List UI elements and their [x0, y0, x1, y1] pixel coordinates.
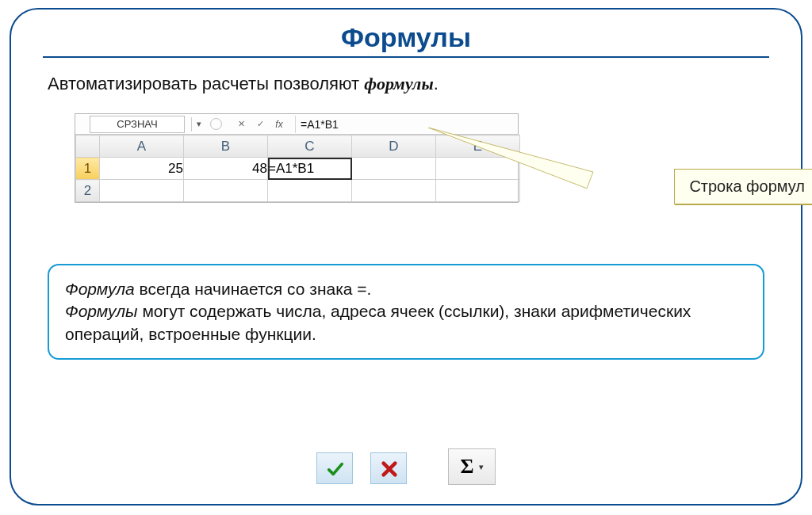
reject-button[interactable] [370, 452, 407, 484]
cell-A1[interactable]: 25 [100, 158, 184, 180]
cell-D1[interactable] [352, 158, 436, 180]
col-header-A[interactable]: A [100, 135, 184, 158]
col-header-B[interactable]: B [184, 135, 268, 158]
info-line1-rest: всегда начинается со знака =. [135, 280, 372, 298]
bottom-controls: Σ ▾ [11, 450, 801, 486]
slide-frame: Формулы Автоматизировать расчеты позволя… [10, 8, 802, 505]
cell-A2[interactable] [100, 180, 184, 202]
check-icon [326, 460, 343, 476]
dropdown-triangle-icon: ▾ [479, 462, 484, 472]
page-title: Формулы [341, 22, 471, 53]
grid-row-1: 1 25 48 =A1*B1 [76, 158, 520, 180]
formula-bar: СРЗНАЧ ▾ ✕ ✓ fx =A1*B1 [75, 114, 518, 135]
title-wrap: Формулы [43, 21, 769, 56]
intro-emph: формулы [364, 74, 433, 93]
spreadsheet-illustration: СРЗНАЧ ▾ ✕ ✓ fx =A1*B1 [75, 113, 788, 232]
col-header-D[interactable]: D [352, 135, 436, 158]
cell-D2[interactable] [352, 180, 436, 202]
fx-icon[interactable]: fx [271, 116, 287, 132]
formula-bar-value: =A1*B1 [301, 118, 339, 131]
formula-bar-input[interactable]: =A1*B1 [295, 116, 515, 133]
name-box[interactable]: СРЗНАЧ [90, 116, 185, 133]
info-line2-rest: могут содержать числа, адреса ячеек (ссы… [65, 302, 691, 342]
name-box-dropdown-icon[interactable]: ▾ [191, 117, 205, 132]
cell-B2[interactable] [184, 180, 268, 202]
info-box: Формула всегда начинается со знака =. Фо… [48, 264, 764, 360]
spreadsheet-grid[interactable]: A B C D E 1 25 48 =A1*B1 2 [75, 135, 520, 202]
formula-bar-buttons: ✕ ✓ fx [233, 116, 287, 132]
accept-button[interactable] [316, 452, 353, 484]
autosum-button[interactable]: Σ ▾ [448, 448, 496, 485]
cancel-entry-icon[interactable]: ✕ [233, 116, 249, 132]
info-term: Формула [65, 280, 135, 298]
callout-label: Строка формул [689, 177, 805, 195]
callout-formula-bar: Строка формул [674, 169, 812, 204]
intro-prefix: Автоматизировать расчеты позволяют [48, 74, 364, 93]
grid-row-2: 2 [76, 180, 520, 202]
select-all-corner[interactable] [76, 135, 100, 158]
title-underline [43, 56, 769, 58]
column-header-row: A B C D E [76, 135, 520, 158]
name-box-value: СРЗНАЧ [117, 118, 157, 130]
intro-text: Автоматизировать расчеты позволяют форму… [48, 74, 769, 94]
info-line2-prefix: Формулы [65, 302, 138, 320]
confirm-entry-icon[interactable]: ✓ [252, 116, 268, 132]
spreadsheet-window: СРЗНАЧ ▾ ✕ ✓ fx =A1*B1 [75, 113, 519, 203]
cell-E1[interactable] [436, 158, 520, 180]
cell-C2[interactable] [268, 180, 352, 202]
sigma-icon: Σ [461, 455, 474, 479]
cell-B1[interactable]: 48 [184, 158, 268, 180]
col-header-C[interactable]: C [268, 135, 352, 158]
cross-icon [380, 460, 397, 476]
cell-E2[interactable] [436, 180, 520, 202]
col-header-E[interactable]: E [436, 135, 520, 158]
row-header-1[interactable]: 1 [76, 158, 100, 180]
cell-C1[interactable]: =A1*B1 [268, 158, 352, 180]
intro-suffix: . [434, 74, 439, 93]
expand-fbar-icon[interactable] [210, 118, 222, 130]
row-header-2[interactable]: 2 [76, 180, 100, 202]
